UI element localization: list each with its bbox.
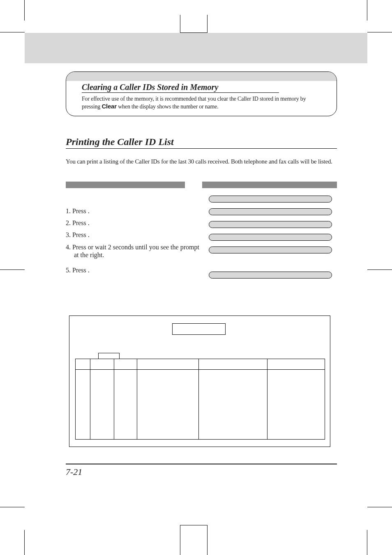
step-5: 5. Press .	[66, 266, 205, 274]
page-number: 7-21	[66, 467, 82, 477]
printout-title-box	[172, 323, 226, 335]
step-3: 3. Press .	[66, 231, 205, 239]
info-box-text: For effective use of the memory, it is r…	[82, 95, 321, 110]
section-title: Printing the Caller ID List	[66, 136, 337, 149]
printout-tab	[98, 353, 120, 359]
step-1: 1. Press .	[66, 207, 205, 215]
printout-col-2	[90, 359, 114, 370]
step-4: 4. Press or wait 2 seconds until you see…	[66, 243, 205, 259]
display-prompt	[209, 221, 332, 228]
info-box-shade	[66, 72, 337, 81]
printout-col-6	[267, 359, 325, 370]
footer-rule	[66, 463, 337, 465]
info-box: Clearing a Caller IDs Stored in Memory F…	[66, 71, 337, 116]
printout-col-1	[76, 359, 90, 370]
steps-column-header-left	[66, 182, 185, 188]
display-prompts	[209, 196, 332, 284]
display-prompt	[209, 208, 332, 215]
section-intro: You can print a listing of the Caller ID…	[66, 158, 337, 166]
info-box-heading: Clearing a Caller IDs Stored in Memory	[82, 83, 279, 93]
display-prompt	[209, 234, 332, 241]
display-prompt	[209, 196, 332, 203]
printout-col-5	[199, 359, 267, 370]
display-prompt	[209, 272, 332, 279]
sample-printout	[69, 315, 330, 447]
chapter-header-bar	[25, 33, 367, 63]
step-2: 2. Press .	[66, 219, 205, 227]
steps-list: 1. Press . 2. Press . 3. Press . 4. Pres…	[66, 195, 205, 278]
display-prompt	[209, 246, 332, 253]
printout-col-3	[114, 359, 137, 370]
display-prompt-spacer	[209, 259, 332, 268]
printout-table	[75, 359, 325, 440]
printout-col-4	[137, 359, 199, 370]
steps-column-header-right	[202, 182, 337, 188]
